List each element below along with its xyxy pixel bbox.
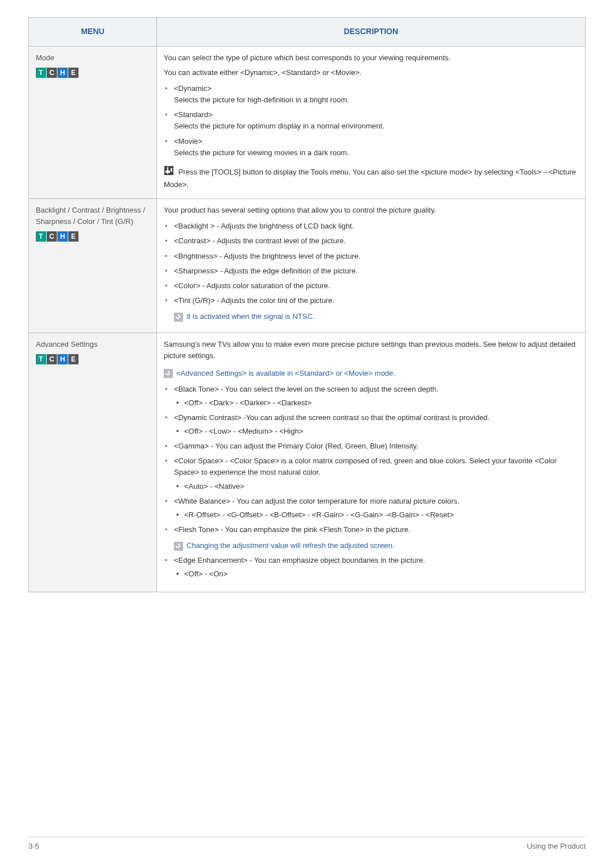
- opt-tint: <Tint (G/R)> - Adjusts the color tint of…: [164, 295, 578, 306]
- tools-icon: [164, 165, 174, 179]
- opt-color: <Color> - Adjusts color saturation of th…: [164, 280, 578, 292]
- desc-cell-advanced: Samsung's new TVs allow you to make even…: [157, 333, 586, 592]
- mode-intro-1: You can select the type of picture which…: [164, 52, 578, 64]
- note-icon: [174, 313, 183, 322]
- note-icon: [164, 369, 173, 378]
- menu-cell-advanced: Advanced Settings TCHE: [29, 333, 157, 592]
- badge-h: H: [57, 354, 68, 364]
- badges-mode: TCHE: [36, 67, 150, 78]
- badges-advanced: TCHE: [36, 354, 150, 365]
- header-menu: MENU: [29, 18, 157, 47]
- opt-color-space: <Color Space> - <Color Space> is a color…: [164, 455, 578, 492]
- opt-sharpness: <Sharpness> - Adjusts the edge definitio…: [164, 265, 578, 277]
- footer-page-number: 3-5: [28, 841, 39, 852]
- desc-cell-backlight: Your product has several setting options…: [157, 199, 586, 333]
- opt-brightness: <Brightness> - Adjusts the brightness le…: [164, 251, 578, 262]
- badge-t: T: [36, 68, 46, 78]
- note-advanced-availability: <Advanced Settings> is available in <Sta…: [164, 368, 578, 379]
- menu-cell-mode: Mode TCHE: [29, 46, 157, 198]
- note-ntsc: It is activated when the signal is NTSC.: [174, 311, 578, 322]
- mode-opt-movie: <Movie> Selects the picture for viewing …: [164, 136, 578, 159]
- badge-e: E: [68, 231, 78, 242]
- footer-section-title: Using the Product: [527, 841, 586, 852]
- badge-c: C: [47, 68, 57, 78]
- opt-black-tone: <Black Tone> - You can select the level …: [164, 384, 578, 409]
- badge-e: E: [68, 354, 78, 364]
- badge-h: H: [57, 231, 68, 242]
- opt-flesh-tone: <Flesh Tone> - You can emphasize the pin…: [164, 524, 578, 551]
- tools-note: Press the [TOOLS] button to display the …: [164, 165, 578, 190]
- menu-cell-backlight: Backlight / Contrast / Brightness / Shar…: [29, 199, 157, 333]
- badges-backlight: TCHE: [36, 231, 150, 242]
- opt-contrast: <Contrast> - Adjusts the contrast level …: [164, 235, 578, 247]
- opt-dynamic-contrast: <Dynamic Contrast> -You can adjust the s…: [164, 412, 578, 437]
- badge-t: T: [36, 231, 46, 242]
- opt-edge-enhancement: <Edge Enhancement> - You can emphasize o…: [164, 555, 578, 580]
- badge-e: E: [68, 68, 78, 78]
- menu-title-advanced: Advanced Settings: [36, 339, 150, 350]
- badge-h: H: [57, 68, 68, 78]
- backlight-intro: Your product has several setting options…: [164, 205, 578, 216]
- menu-title-backlight: Backlight / Contrast / Brightness / Shar…: [36, 205, 150, 227]
- advanced-intro: Samsung's new TVs allow you to make even…: [164, 339, 578, 362]
- header-description: DESCRIPTION: [157, 18, 586, 47]
- badge-t: T: [36, 354, 46, 364]
- opt-gamma: <Gamma> - You can adjust the Primary Col…: [164, 441, 578, 452]
- badge-c: C: [47, 231, 57, 242]
- page-footer: 3-5 Using the Product: [28, 837, 586, 852]
- opt-backlight: <Backlight > - Adjusts the brightness of…: [164, 221, 578, 232]
- mode-opt-standard: <Standard> Selects the picture for optim…: [164, 109, 578, 132]
- desc-cell-mode: You can select the type of picture which…: [157, 46, 586, 198]
- badge-c: C: [47, 354, 57, 364]
- mode-opt-dynamic: <Dynamic> Selects the picture for high-d…: [164, 83, 578, 106]
- mode-intro-2: You can activate either <Dynamic>, <Stan…: [164, 67, 578, 78]
- note-icon: [174, 542, 183, 551]
- note-flesh-refresh: Changing the adjustment value will refre…: [174, 540, 578, 551]
- opt-white-balance: <White Balance> - You can adjust the col…: [164, 496, 578, 521]
- menu-description-table: MENU DESCRIPTION Mode TCHE You can selec…: [28, 17, 586, 592]
- menu-title-mode: Mode: [36, 52, 150, 64]
